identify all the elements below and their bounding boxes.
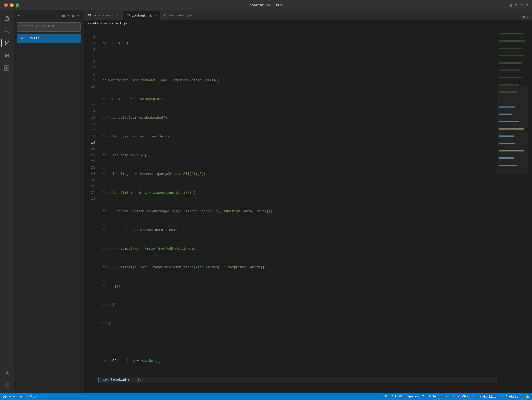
svg-rect-18 bbox=[499, 62, 522, 64]
tab-background-js[interactable]: JS background.js bbox=[84, 11, 123, 20]
branch-name: main bbox=[7, 395, 15, 398]
code-line-10: //·····chrome.runtime.sendMessage({msg: … bbox=[98, 208, 497, 215]
activity-bottom bbox=[1, 367, 12, 391]
language-icon: ⎈ bbox=[453, 395, 455, 399]
tab-label: manifest.json bbox=[169, 14, 195, 17]
svg-rect-32 bbox=[497, 86, 528, 174]
split-icon[interactable]: ⊟ bbox=[520, 3, 522, 8]
svg-point-11 bbox=[6, 371, 8, 373]
minimap bbox=[497, 27, 528, 393]
tab-label: content.js bbox=[132, 14, 152, 18]
status-encoding[interactable]: UTF-8 bbox=[427, 393, 441, 400]
code-line-5: //···console.log("windowloaded"); bbox=[98, 115, 497, 121]
commit-checkmark-icon: ✓ bbox=[21, 36, 23, 40]
activity-source-control[interactable] bbox=[1, 37, 12, 49]
grid-icon[interactable]: ⊞ bbox=[526, 3, 528, 8]
tab-label: background.js bbox=[92, 14, 119, 17]
code-content[interactable]: "use strict"; // window.addEventListener… bbox=[98, 27, 497, 393]
breadcrumb-sep-2: > bbox=[129, 22, 131, 25]
maximize-button[interactable] bbox=[16, 3, 19, 7]
main-layout: SOU... ☰ ✓ ↺ ⋯ ✓ ✓ Commit ▾ JS bbox=[0, 10, 532, 393]
status-bar: ⎇ main ↺ ⊗ 0 ⚠ 0 Ln 19, Col 20 Spaces: 2… bbox=[0, 393, 532, 400]
language-text: JavaScript bbox=[456, 395, 474, 398]
sidebar-toggle-icon[interactable]: ▣ bbox=[510, 3, 512, 8]
breadcrumb-assets[interactable]: assets bbox=[87, 22, 98, 25]
refresh-icon[interactable]: ↺ bbox=[72, 13, 75, 18]
more-actions-icon[interactable]: ⋯ bbox=[77, 13, 79, 18]
list-tree-icon[interactable]: ☰ bbox=[61, 13, 65, 18]
status-ln-col[interactable]: Ln 19, Col 20 bbox=[375, 393, 405, 400]
tab-close-icon[interactable]: × bbox=[154, 14, 156, 18]
status-bell[interactable]: 🔔 bbox=[523, 393, 532, 400]
sidebar-title: SOU... bbox=[18, 14, 29, 17]
editor-area: JS background.js JS content.js × {} mani… bbox=[84, 10, 532, 393]
code-line-9: //···for (let i = 0; i < images.length; … bbox=[98, 190, 497, 196]
minimize-button[interactable] bbox=[10, 3, 14, 7]
breadcrumb-ellipsis[interactable]: ... bbox=[132, 22, 138, 25]
status-line-ending[interactable]: LF bbox=[441, 393, 450, 400]
breadcrumb-content-js[interactable]: content.js bbox=[109, 22, 127, 25]
status-right: Ln 19, Col 20 Spaces: 2 UTF-8 LF ⎈ JavaS… bbox=[375, 393, 532, 400]
window-title: content.js — MP1 bbox=[250, 3, 282, 7]
svg-rect-13 bbox=[497, 27, 528, 393]
status-left: ⎇ main ↺ ⊗ 0 ⚠ 0 bbox=[0, 393, 40, 400]
commit-label: ✓ Commit bbox=[23, 36, 39, 40]
activity-extensions[interactable] bbox=[1, 62, 12, 74]
svg-marker-5 bbox=[5, 54, 9, 58]
checkmark-icon[interactable]: ✓ bbox=[67, 13, 70, 18]
warning-count: 0 bbox=[36, 395, 38, 398]
commit-message-input[interactable] bbox=[17, 22, 81, 32]
status-branch[interactable]: ⎇ main bbox=[0, 393, 17, 400]
activity-search[interactable] bbox=[1, 25, 12, 36]
status-sync[interactable]: ↺ bbox=[17, 393, 24, 400]
activity-bar bbox=[0, 10, 14, 393]
svg-line-1 bbox=[8, 32, 9, 33]
commit-dropdown-button[interactable]: ▾ bbox=[73, 34, 81, 43]
status-go-live[interactable]: ⊙ Go Live bbox=[477, 393, 499, 400]
git-branch-icon: ⎇ bbox=[3, 395, 6, 399]
activity-account[interactable] bbox=[1, 367, 12, 379]
status-prettier[interactable]: ✓ Prettier bbox=[499, 393, 523, 400]
status-spaces[interactable]: Spaces: 2 bbox=[405, 393, 427, 400]
line-ending-text: LF bbox=[444, 395, 447, 398]
titlebar: content.js — MP1 ▣ ⊞ ⊟ ⊞ bbox=[0, 0, 532, 10]
activity-run[interactable] bbox=[1, 50, 12, 61]
code-line-14: //····}); bbox=[98, 283, 497, 289]
titlebar-controls: ▣ ⊞ ⊟ ⊞ bbox=[510, 3, 528, 8]
status-errors[interactable]: ⊗ 0 ⚠ 0 bbox=[24, 393, 40, 400]
code-line-16: //·} bbox=[98, 321, 497, 327]
tab-manifest-json[interactable]: {} manifest.json bbox=[160, 11, 200, 20]
layout-icon[interactable]: ⊞ bbox=[515, 3, 517, 8]
source-control-area: ✓ ✓ Commit ▾ bbox=[14, 20, 84, 45]
error-icon: ⊗ bbox=[27, 395, 29, 399]
code-line-11: //·······uQPandaLinks.add(data.link); bbox=[98, 227, 497, 233]
svg-rect-16 bbox=[499, 48, 521, 49]
go-live-text: ⊙ Go Live bbox=[480, 395, 496, 399]
sidebar-header-icons: ☰ ✓ ↺ ⋯ bbox=[61, 13, 79, 18]
traffic-lights[interactable] bbox=[4, 3, 19, 7]
activity-settings[interactable] bbox=[1, 380, 12, 391]
code-line-12: //·······tempLinks = Array.from(uQPandaL… bbox=[98, 246, 497, 252]
split-editor-icon[interactable]: ⊟ bbox=[522, 15, 525, 20]
code-line-19: let tempLinks = []; bbox=[98, 377, 497, 383]
code-line-6: //···let uQPandaLinks = new Set(); bbox=[98, 134, 497, 140]
tab-content-js[interactable]: JS content.js × bbox=[123, 11, 160, 20]
code-line-3: // window.addEventListener('load', onWin… bbox=[98, 77, 497, 84]
more-tabs-icon[interactable]: ⋯ bbox=[527, 15, 529, 20]
code-line-17 bbox=[98, 339, 497, 345]
breadcrumb: assets > JS content.js > ... bbox=[84, 20, 532, 27]
close-button[interactable] bbox=[4, 3, 8, 7]
status-language[interactable]: ⎈ JavaScript bbox=[450, 393, 477, 400]
vertical-scrollbar[interactable] bbox=[528, 27, 532, 393]
svg-rect-10 bbox=[7, 68, 9, 70]
svg-rect-14 bbox=[499, 33, 523, 35]
code-line-13: //·······images[i].src = tempLinks[Math.… bbox=[98, 264, 497, 271]
line-numbers: 1 2 3 4 5 6 7 8 9 10 11 12 13 14 15 16 1… bbox=[84, 27, 98, 393]
json-icon: {} bbox=[164, 14, 168, 17]
code-line-15: //···} bbox=[98, 302, 497, 308]
svg-rect-7 bbox=[4, 66, 6, 68]
svg-rect-20 bbox=[499, 77, 523, 78]
warning-icon: ⚠ bbox=[33, 395, 35, 399]
activity-explorer[interactable] bbox=[1, 12, 12, 24]
commit-button[interactable]: ✓ ✓ Commit bbox=[17, 34, 73, 43]
